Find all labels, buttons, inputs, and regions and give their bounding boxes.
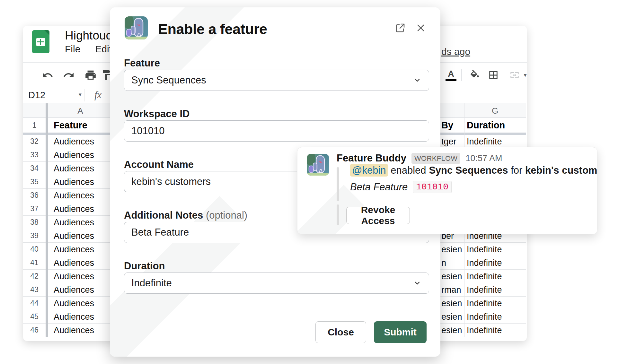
google-sheets-icon[interactable] [32,30,49,53]
cell-feature[interactable]: Audiences [54,163,94,173]
workspace-id-input[interactable] [124,120,429,142]
cell-feature[interactable]: Audiences [54,285,94,295]
message-line-1: @kebin enabled Sync Sequences for kebin'… [350,165,597,176]
text-color-icon[interactable]: A [445,69,457,82]
cell-by[interactable]: tger [441,136,456,146]
revoke-access-button[interactable]: Revoke Access [346,207,410,224]
borders-icon[interactable] [487,69,500,82]
cell-header-by[interactable]: By [441,120,453,131]
page: Hightouc File Edit ds ago A [0,0,636,364]
row-number[interactable]: 46 [23,324,46,337]
modal-title: Enable a feature [158,21,267,38]
cell-by[interactable]: esien [441,312,462,322]
chevron-down-icon [413,279,422,288]
additional-notes-label: Additional Notes (optional) [124,210,247,221]
spreadsheet-title[interactable]: Hightouc [65,29,112,42]
row-number[interactable]: 45 [23,310,46,323]
merge-cells-icon[interactable] [508,69,521,82]
cell-feature[interactable]: Audiences [54,298,94,308]
frozen-column-divider [46,103,48,337]
attachment-bar [337,204,339,225]
row-number[interactable]: 40 [23,243,46,256]
cell-duration[interactable]: Indefinite [467,244,502,254]
sheets-table-glyph [36,38,46,46]
chevron-down-icon [413,76,422,85]
feature-select-value: Sync Sequences [131,74,206,86]
cell-by[interactable]: esien [441,325,462,335]
cell-feature[interactable]: Audiences [54,177,94,187]
fill-color-icon[interactable] [468,69,481,82]
cell-feature[interactable]: Audiences [54,271,94,281]
row-number[interactable]: 34 [23,162,46,175]
redo-icon[interactable] [62,69,75,82]
cell-by[interactable]: esien [441,244,462,254]
feature-buddy-avatar [307,154,329,176]
fx-label: fx [94,89,102,101]
row-number[interactable]: 37 [23,202,46,215]
row-number[interactable]: 44 [23,297,46,310]
cell-feature[interactable]: Audiences [54,217,94,227]
toolbar-separator [461,69,462,81]
name-box[interactable]: D12 [28,90,45,100]
print-icon[interactable] [84,69,97,82]
sender-name[interactable]: Feature Buddy [337,152,406,164]
row-number[interactable]: 39 [23,229,46,242]
column-header-g[interactable]: G [464,106,526,116]
row-number[interactable]: 35 [23,175,46,188]
cell-header-duration[interactable]: Duration [467,120,505,131]
optional-hint: (optional) [206,210,247,221]
row-number[interactable]: 33 [23,148,46,161]
menubar: File Edit [65,44,112,55]
row-number[interactable]: 32 [23,135,46,148]
row-number[interactable]: 42 [23,270,46,283]
row-number[interactable]: 38 [23,216,46,229]
cell-duration[interactable]: Indefinite [467,298,502,308]
cell-duration[interactable]: Indefinite [467,325,502,335]
column-header-a[interactable]: A [48,106,112,116]
cell-by[interactable]: esien [441,271,462,281]
cell-feature[interactable]: Audiences [54,231,94,241]
menu-edit[interactable]: Edit [95,44,112,55]
undo-icon[interactable] [41,69,54,82]
menu-file[interactable]: File [65,44,80,55]
last-edit-link[interactable]: ds ago [441,46,470,57]
toolbar-more-caret[interactable]: ▾ [522,69,527,82]
sheets-icon-fold [44,30,49,35]
cell-feature[interactable]: Audiences [54,325,94,335]
user-mention[interactable]: @kebin [350,164,388,177]
cell-feature[interactable]: Audiences [54,258,94,268]
close-icon[interactable] [414,22,427,34]
cell-feature[interactable]: Audiences [54,204,94,214]
workflow-app-icon [125,16,148,39]
message-timestamp[interactable]: 10:57 AM [465,153,502,163]
cell-feature[interactable]: Audiences [54,190,94,200]
duration-label: Duration [124,260,165,272]
workspace-id-label: Workspace ID [124,108,190,120]
cell-duration[interactable]: Indefinite [467,312,502,322]
cell-by[interactable]: esien [441,298,462,308]
duration-select[interactable]: Indefinite [124,273,429,294]
workspace-id-code: 101010 [413,181,452,193]
cell-by[interactable]: n [441,258,446,268]
cell-feature[interactable]: Audiences [54,312,94,322]
duration-select-value: Indefinite [131,277,172,289]
cell-feature[interactable]: Audiences [54,244,94,254]
workflow-badge: WORKFLOW [411,153,460,164]
row-number[interactable]: 36 [23,189,46,202]
cell-duration[interactable]: Indefinite [467,285,502,295]
cell-feature[interactable]: Audiences [54,150,94,160]
cell-duration[interactable]: Indefinite [467,136,502,146]
row-number[interactable]: 41 [23,256,46,269]
row-number[interactable]: 1 [23,118,46,133]
cell-by[interactable]: rman [441,285,461,295]
cell-feature[interactable]: Audiences [54,136,94,146]
name-box-caret[interactable]: ▼ [78,92,83,97]
open-external-icon[interactable] [394,22,407,34]
row-number[interactable]: 43 [23,283,46,296]
cell-duration[interactable]: Indefinite [467,258,502,268]
submit-button[interactable]: Submit [374,321,427,343]
feature-select[interactable]: Sync Sequences [124,70,429,91]
cell-duration[interactable]: Indefinite [467,271,502,281]
close-button[interactable]: Close [315,321,366,343]
cell-header-feature[interactable]: Feature [54,120,87,131]
